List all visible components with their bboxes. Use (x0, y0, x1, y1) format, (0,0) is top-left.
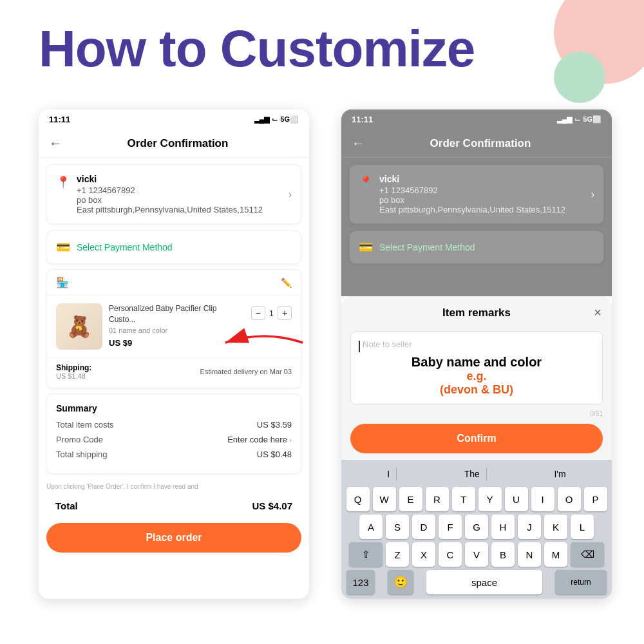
key-n[interactable]: N (518, 542, 541, 567)
nav-header-right: ← Order Confirmation (341, 129, 612, 158)
wifi-icon-left: ⌙ (272, 115, 278, 124)
key-backspace[interactable]: ⌫ (571, 542, 604, 567)
qty-increase-left[interactable]: + (278, 306, 292, 320)
key-l[interactable]: L (571, 515, 594, 539)
keyboard-bottom-row: 123 🙂 space return (344, 570, 609, 598)
suggestion-i[interactable]: I (381, 468, 397, 480)
shipping-delivery-left: Estimated delivery on Mar 03 (200, 368, 292, 375)
key-r[interactable]: R (426, 487, 449, 511)
nav-title-left: Order Confirmation (70, 137, 286, 150)
key-t[interactable]: T (452, 487, 475, 511)
qty-decrease-left[interactable]: − (251, 306, 265, 320)
key-y[interactable]: Y (478, 487, 502, 511)
nav-header-left: ← Order Confirmation (39, 129, 309, 158)
key-q[interactable]: Q (346, 487, 370, 511)
summary-shipping-label-left: Total shipping (56, 450, 108, 459)
keyboard-extra-row: 🌐 🎤 (344, 598, 609, 599)
key-return[interactable]: return (555, 570, 607, 594)
qty-controls-left: − 1 + (251, 306, 292, 320)
key-o[interactable]: O (558, 487, 581, 511)
confirm-button[interactable]: Confirm (350, 424, 603, 453)
bg-circle-green (554, 52, 605, 103)
key-s[interactable]: S (386, 515, 409, 539)
summary-items-label-left: Total item costs (56, 420, 114, 430)
battery-icon-left: 5G⬜ (280, 115, 299, 124)
summary-row-promo-left[interactable]: Promo Code Enter code here › (56, 435, 292, 444)
address-city-right: East pittsburgh,Pennsylvania,United Stat… (379, 205, 585, 214)
wifi-icon-right: ⌙ (574, 115, 580, 124)
note-hint-eg1: e.g. (359, 370, 594, 383)
key-123[interactable]: 123 (346, 570, 375, 594)
key-v[interactable]: V (465, 542, 488, 567)
address-card-left[interactable]: 📍 vicki +1 1234567892 po box East pittsb… (46, 164, 301, 224)
keyboard: I The I'm Q W E R T Y U I O P A S D (341, 460, 612, 599)
address-name-left: vicki (77, 174, 282, 184)
back-button-right[interactable]: ← (352, 136, 365, 151)
address-street-right: po box (379, 195, 585, 205)
keyboard-row-1: Q W E R T Y U I O P (344, 487, 609, 511)
address-street-left: po box (77, 195, 282, 205)
signal-icon-right: ▂▄▆ (557, 115, 573, 124)
key-z[interactable]: Z (386, 542, 409, 567)
summary-section-left: Summary Total item costs US $3.59 Promo … (46, 393, 301, 474)
total-label-left: Total (55, 500, 78, 511)
address-phone-left: +1 1234567892 (77, 185, 282, 195)
payment-row-right[interactable]: 💳 Select Payment Method (349, 231, 604, 264)
place-order-button-left[interactable]: Place order (46, 523, 301, 553)
key-i[interactable]: I (531, 487, 554, 511)
key-w[interactable]: W (373, 487, 396, 511)
key-u[interactable]: U (505, 487, 528, 511)
suggestion-the[interactable]: The (458, 468, 487, 480)
payment-row-left[interactable]: 💳 Select Payment Method (46, 231, 301, 264)
right-top-overlay: 11:11 ▂▄▆ ⌙ 5G⬜ ← Order Confirmation 📍 v… (341, 109, 612, 296)
shipping-label-left: Shipping: (56, 363, 91, 372)
time-right: 11:11 (352, 115, 373, 124)
total-row-left: Total US $4.07 (46, 494, 301, 518)
key-j[interactable]: J (518, 515, 541, 539)
suggestion-im[interactable]: I'm (547, 468, 572, 480)
summary-promo-label-left: Promo Code (56, 435, 103, 444)
summary-row-shipping-left: Total shipping US $0.48 (56, 450, 292, 459)
nav-title-right: Order Confirmation (372, 137, 589, 150)
key-d[interactable]: D (412, 515, 435, 539)
key-e[interactable]: E (399, 487, 422, 511)
summary-promo-val-left[interactable]: Enter code here › (227, 435, 292, 444)
location-icon-right: 📍 (359, 175, 373, 189)
key-a[interactable]: A (359, 515, 383, 539)
summary-title-left: Summary (56, 403, 292, 413)
key-b[interactable]: B (491, 542, 515, 567)
payment-label-right: Select Payment Method (379, 242, 475, 252)
key-x[interactable]: X (412, 542, 435, 567)
qty-number-left: 1 (269, 308, 274, 318)
note-placeholder: Note to seller (363, 339, 412, 349)
address-card-right[interactable]: 📍 vicki +1 1234567892 po box East pittsb… (349, 164, 604, 224)
total-value-left: US $4.07 (252, 500, 292, 511)
edit-icon-left[interactable]: ✏️ (281, 278, 292, 288)
key-k[interactable]: K (544, 515, 567, 539)
signal-icon-left: ▂▄▆ (254, 115, 270, 124)
key-c[interactable]: C (439, 542, 462, 567)
note-hint-big: Baby name and color (359, 355, 594, 370)
note-to-seller-area[interactable]: Note to seller Baby name and color e.g. … (350, 331, 603, 405)
key-p[interactable]: P (584, 487, 607, 511)
page-title: How to Customize (39, 19, 475, 79)
key-f[interactable]: F (439, 515, 462, 539)
modal-header: Item remarks × (341, 296, 612, 326)
time-left: 11:11 (49, 115, 70, 124)
summary-shipping-val-left: US $0.48 (257, 450, 292, 459)
back-button-left[interactable]: ← (49, 136, 62, 151)
key-g[interactable]: G (465, 515, 488, 539)
shop-header-left: 🏪 ✏️ (47, 270, 301, 296)
modal-title: Item remarks (442, 307, 511, 319)
key-shift[interactable]: ⇧ (349, 542, 383, 567)
summary-items-val-left: US $3.59 (257, 420, 292, 430)
location-icon-left: 📍 (56, 175, 70, 189)
key-m[interactable]: M (544, 542, 567, 567)
item-remarks-modal: Item remarks × Note to seller Baby name … (341, 296, 612, 599)
key-h[interactable]: H (491, 515, 515, 539)
key-emoji[interactable]: 🙂 (388, 570, 413, 594)
address-info-right: vicki +1 1234567892 po box East pittsbur… (379, 174, 585, 214)
key-space[interactable]: space (426, 570, 542, 594)
modal-close-button[interactable]: × (594, 305, 601, 320)
keyboard-row-2: A S D F G H J K L (344, 515, 609, 539)
